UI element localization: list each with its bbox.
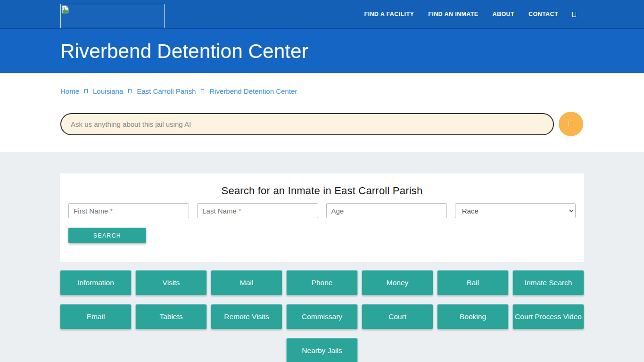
search-button[interactable]: SEARCH	[68, 228, 146, 243]
link-information[interactable]: Information	[60, 270, 132, 296]
race-select[interactable]: Race	[455, 203, 576, 218]
breadcrumb-separator-icon	[201, 89, 204, 93]
link-tablets[interactable]: Tablets	[135, 304, 207, 329]
link-bail[interactable]: Bail	[437, 270, 509, 296]
ai-send-icon	[569, 121, 573, 127]
breadcrumb-east-carroll-parish[interactable]: East Carroll Parish	[137, 87, 196, 95]
site-logo[interactable]	[60, 4, 165, 28]
breadcrumb: Home Louisiana East Carroll Parish River…	[60, 73, 584, 95]
link-mail[interactable]: Mail	[211, 270, 282, 296]
link-email[interactable]: Email	[60, 304, 132, 329]
link-nearby-jails[interactable]: Nearby Jails	[286, 338, 358, 362]
ai-ask-row	[60, 112, 584, 136]
link-visits[interactable]: Visits	[135, 270, 207, 296]
link-court[interactable]: Court	[362, 304, 433, 329]
search-icon[interactable]	[572, 12, 576, 17]
breadcrumb-separator-icon	[128, 89, 132, 93]
ai-question-input[interactable]	[71, 120, 544, 128]
page-header: Riverbend Detention Center	[0, 29, 644, 73]
link-inmate-search[interactable]: Inmate Search	[512, 270, 584, 296]
breadcrumb-louisiana[interactable]: Louisiana	[93, 87, 123, 95]
nav-contact[interactable]: CONTACT	[528, 11, 558, 17]
link-remote-visits[interactable]: Remote Visits	[211, 304, 282, 329]
page-title: Riverbend Detention Center	[60, 40, 308, 63]
nav-about[interactable]: ABOUT	[493, 11, 514, 17]
breadcrumb-ai-section: Home Louisiana East Carroll Parish River…	[0, 73, 644, 152]
link-commissary[interactable]: Commissary	[286, 304, 358, 329]
breadcrumb-current-page[interactable]: Riverbend Detention Center	[209, 87, 297, 95]
link-booking[interactable]: Booking	[437, 304, 509, 329]
ai-ask-pill	[60, 113, 554, 135]
main-nav: FIND A FACILITY FIND AN INMATE ABOUT CON…	[364, 0, 577, 28]
quick-links-grid: Information Visits Mail Phone Money Bail…	[60, 270, 584, 362]
age-field[interactable]	[326, 203, 447, 218]
ai-send-button[interactable]	[559, 112, 583, 136]
first-name-field[interactable]	[68, 203, 189, 218]
nav-find-a-facility[interactable]: FIND A FACILITY	[364, 11, 414, 17]
link-money[interactable]: Money	[362, 270, 433, 296]
nav-find-an-inmate[interactable]: FIND AN INMATE	[428, 11, 478, 17]
link-phone[interactable]: Phone	[286, 270, 358, 296]
top-nav-bar: FIND A FACILITY FIND AN INMATE ABOUT CON…	[0, 0, 644, 29]
breadcrumb-separator-icon	[84, 89, 88, 93]
inmate-search-form: Race	[68, 203, 576, 218]
broken-image-icon	[62, 5, 69, 14]
last-name-field[interactable]	[197, 203, 318, 218]
inmate-search-card: Search for an Inmate in East Carroll Par…	[60, 173, 584, 262]
main-content: Search for an Inmate in East Carroll Par…	[0, 152, 644, 362]
breadcrumb-home[interactable]: Home	[60, 87, 79, 95]
inmate-search-title: Search for an Inmate in East Carroll Par…	[68, 185, 576, 197]
link-court-process-video[interactable]: Court Process Video	[512, 304, 584, 329]
